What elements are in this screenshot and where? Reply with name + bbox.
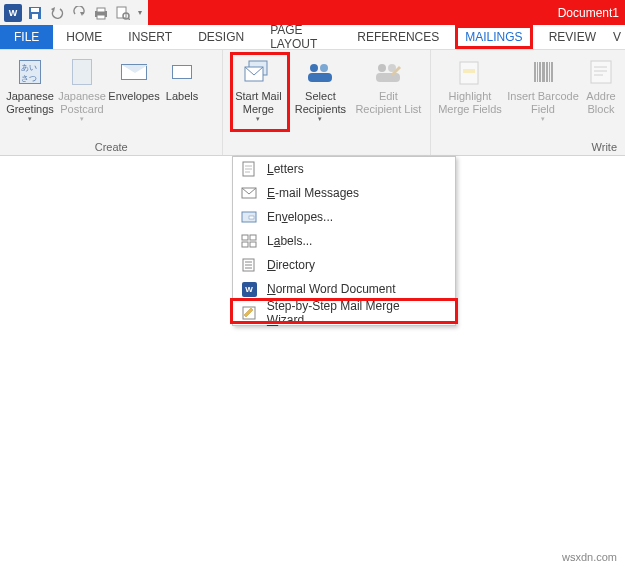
barcode-icon [527, 56, 559, 88]
svg-rect-29 [249, 216, 254, 219]
tab-file[interactable]: FILE [0, 25, 53, 49]
tab-view-cut[interactable]: V [609, 25, 625, 49]
menu-item-letters[interactable]: Letters [233, 157, 455, 181]
wizard-icon [239, 304, 259, 322]
group-write-insert: Highlight Merge Fields Insert Barcode Fi… [431, 50, 625, 155]
tab-page-layout[interactable]: PAGE LAYOUT [257, 25, 344, 49]
watermark: wsxdn.com [562, 551, 617, 563]
mail-merge-icon [242, 56, 274, 88]
svg-rect-16 [376, 73, 400, 82]
postcard-icon [66, 56, 98, 88]
word-doc-icon: W [239, 280, 259, 298]
dropdown-arrow-icon: ▾ [256, 115, 260, 123]
qat-customize-arrow[interactable]: ▾ [135, 3, 145, 23]
dropdown-arrow-icon: ▾ [541, 115, 545, 123]
edit-recipient-list-button: Edit Recipient List [351, 54, 425, 117]
tab-design[interactable]: DESIGN [185, 25, 257, 49]
tab-review[interactable]: REVIEW [536, 25, 609, 49]
svg-rect-33 [250, 242, 256, 247]
menu-label: Step-by-Step Mail Merge Wizard... [267, 299, 449, 327]
document-title: Document1 [148, 6, 625, 20]
tab-home[interactable]: HOME [53, 25, 115, 49]
tab-mailings[interactable]: MAILINGS [452, 25, 535, 49]
menu-label: Directory [267, 258, 315, 272]
dropdown-arrow-icon: ▾ [28, 115, 32, 123]
tab-references[interactable]: REFERENCES [344, 25, 452, 49]
envelope-icon [118, 56, 150, 88]
svg-rect-13 [308, 73, 332, 82]
address-block-button: Addre Block [581, 54, 621, 117]
print-preview-icon[interactable] [113, 3, 133, 23]
group-label-create: Create [4, 139, 218, 153]
labels-menu-icon [239, 232, 259, 250]
menu-label: Letters [267, 162, 304, 176]
menu-item-envelopes[interactable]: Envelopes... [233, 205, 455, 229]
save-icon[interactable] [25, 3, 45, 23]
group-label-write: Write [435, 139, 621, 153]
highlight-icon [454, 56, 486, 88]
svg-rect-18 [463, 69, 475, 73]
svg-point-12 [320, 64, 328, 72]
highlight-merge-fields-button: Highlight Merge Fields [435, 54, 505, 117]
edit-list-icon [372, 56, 404, 88]
svg-point-14 [378, 64, 386, 72]
select-recipients-button[interactable]: Select Recipients ▾ [289, 54, 351, 125]
quick-access-toolbar: W ▾ [0, 0, 148, 25]
menu-label: Normal Word Document [267, 282, 396, 296]
svg-rect-1 [31, 8, 39, 12]
tab-insert[interactable]: INSERT [115, 25, 185, 49]
svg-rect-31 [250, 235, 256, 240]
email-icon [239, 184, 259, 202]
envelopes-button[interactable]: Envelopes [108, 54, 160, 105]
svg-rect-6 [117, 7, 126, 18]
menu-label: E-mail Messages [267, 186, 359, 200]
menu-item-normal-doc[interactable]: W Normal Word Document [233, 277, 455, 301]
insert-barcode-field-button: Insert Barcode Field ▾ [505, 54, 581, 125]
svg-rect-19 [591, 61, 611, 83]
recipients-icon [304, 56, 336, 88]
menu-item-wizard[interactable]: Step-by-Step Mail Merge Wizard... [233, 301, 455, 325]
address-block-icon [585, 56, 617, 88]
svg-rect-32 [242, 242, 248, 247]
svg-line-8 [128, 18, 130, 20]
quick-print-icon[interactable] [91, 3, 111, 23]
start-mail-merge-button[interactable]: Start Mail Merge ▾ [227, 54, 289, 125]
menu-label: Envelopes... [267, 210, 333, 224]
undo-icon[interactable] [47, 3, 67, 23]
word-app-icon[interactable]: W [3, 3, 23, 23]
start-mail-merge-menu: Letters E-mail Messages Envelopes... Lab… [232, 156, 456, 326]
ribbon: あいさつ Japanese Greetings ▾ Japanese Postc… [0, 50, 625, 156]
letter-icon [239, 160, 259, 178]
title-bar: W ▾ Document1 [0, 0, 625, 25]
labels-button[interactable]: Labels [160, 54, 204, 105]
menu-item-labels[interactable]: Labels... [233, 229, 455, 253]
japanese-postcard-button: Japanese Postcard ▾ [56, 54, 108, 125]
menu-item-email[interactable]: E-mail Messages [233, 181, 455, 205]
svg-rect-2 [32, 14, 38, 19]
dropdown-arrow-icon: ▾ [80, 115, 84, 123]
greeting-card-icon: あいさつ [14, 56, 46, 88]
menu-item-directory[interactable]: Directory [233, 253, 455, 277]
svg-rect-5 [97, 15, 105, 19]
group-create: あいさつ Japanese Greetings ▾ Japanese Postc… [0, 50, 223, 155]
envelope-icon [239, 208, 259, 226]
redo-icon[interactable] [69, 3, 89, 23]
group-start-mail-merge: Start Mail Merge ▾ Select Recipients ▾ E… [223, 50, 431, 155]
dropdown-arrow-icon: ▾ [318, 115, 322, 123]
directory-icon [239, 256, 259, 274]
svg-rect-30 [242, 235, 248, 240]
svg-point-11 [310, 64, 318, 72]
svg-rect-4 [97, 8, 105, 12]
japanese-greetings-button[interactable]: あいさつ Japanese Greetings ▾ [4, 54, 56, 125]
label-icon [166, 56, 198, 88]
menu-label: Labels... [267, 234, 312, 248]
ribbon-tabs: FILE HOME INSERT DESIGN PAGE LAYOUT REFE… [0, 25, 625, 50]
